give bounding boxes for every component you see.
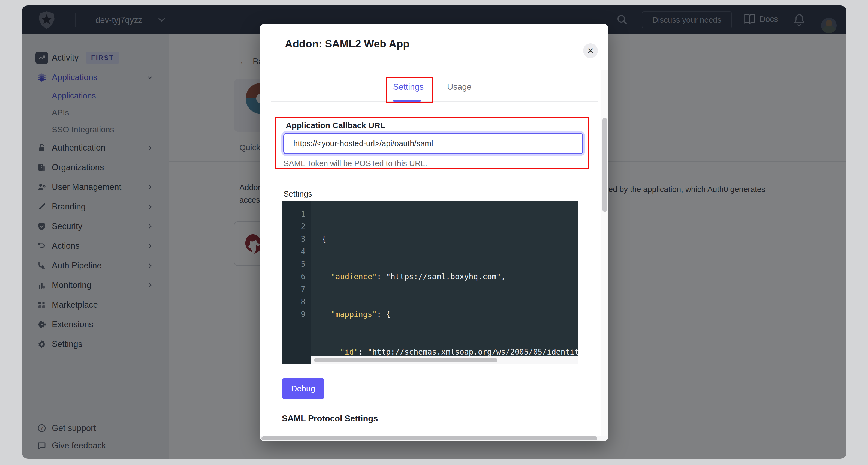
saml-protocol-settings-heading: SAML Protocol Settings <box>282 414 378 424</box>
modal-horizontal-scrollbar[interactable] <box>260 436 609 441</box>
editor-line-numbers: 12 34 56 78 9 <box>282 201 311 364</box>
tab-usage[interactable]: Usage <box>447 82 472 92</box>
modal-horizontal-scrollbar-thumb[interactable] <box>261 436 597 440</box>
modal-title: Addon: SAML2 Web App <box>285 38 409 50</box>
app-window: ← Back Quick Start Addons access ed by t… <box>22 5 846 459</box>
debug-button[interactable]: Debug <box>282 378 324 399</box>
tabs-divider <box>271 101 597 102</box>
editor-horizontal-scrollbar[interactable] <box>311 356 579 364</box>
settings-json-label: Settings <box>283 190 312 199</box>
modal-vertical-scrollbar[interactable] <box>601 70 609 436</box>
close-button[interactable]: ✕ <box>583 43 598 58</box>
settings-json-editor[interactable]: 12 34 56 78 9 { "audience": "https://sam… <box>282 201 579 364</box>
annotation-box-callback-url <box>275 117 589 169</box>
editor-code[interactable]: { "audience": "https://saml.boxyhq.com",… <box>311 201 579 356</box>
modal-vertical-scrollbar-thumb[interactable] <box>602 118 607 212</box>
addon-saml2-modal: Addon: SAML2 Web App ✕ Settings Usage Ap… <box>260 24 609 441</box>
close-icon: ✕ <box>587 46 594 56</box>
editor-horizontal-scrollbar-thumb[interactable] <box>314 358 497 362</box>
annotation-box-settings-tab <box>386 77 433 103</box>
